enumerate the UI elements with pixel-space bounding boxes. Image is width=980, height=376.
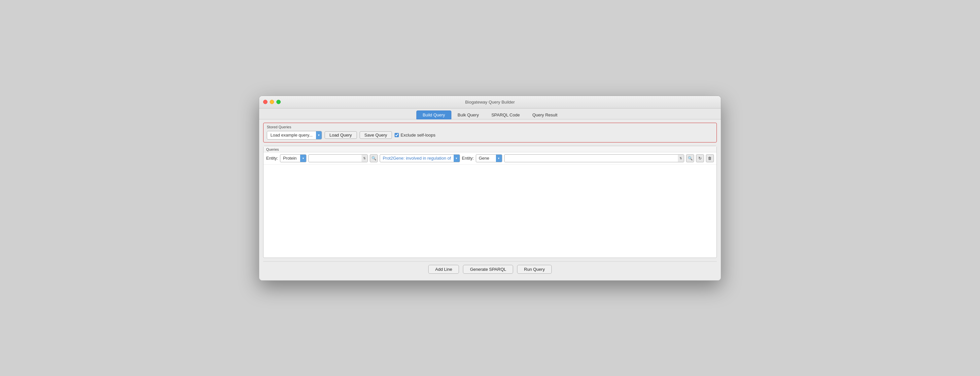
bottom-toolbar: Add Line Generate SPARQL Run Query (263, 261, 717, 277)
chevron-down-icon: ▾ (498, 157, 500, 160)
load-example-arrow[interactable]: ▾ (316, 131, 321, 139)
titlebar: Biogateway Query Builder (259, 96, 721, 108)
entity1-type-arrow: ▾ (300, 155, 306, 162)
minimize-button[interactable] (270, 100, 274, 104)
app-window: Biogateway Query Builder Build Query Bul… (259, 96, 721, 281)
entity1-value-select[interactable]: ⇅ (309, 154, 368, 162)
stored-queries-controls: Load example query... ▾ Load Query Save … (267, 131, 713, 140)
search-icon: 🔍 (371, 156, 376, 160)
entity2-value-arrow: ⇅ (678, 155, 684, 162)
relation-arrow: ▾ (454, 155, 460, 162)
traffic-lights (263, 100, 281, 104)
refresh-icon: ↻ (698, 156, 702, 160)
entity2-type-select[interactable]: Gene ▾ (476, 154, 502, 162)
chevron-down-icon: ▾ (318, 133, 320, 137)
relation-value: Prot2Gene: involved in regulation of (380, 155, 454, 161)
entity1-type-value: Protein (280, 155, 300, 161)
save-query-button[interactable]: Save Query (360, 131, 392, 139)
entity2-label: Entity: (462, 155, 474, 160)
queries-section: Queries Entity: Protein ▾ ⇅ (263, 146, 717, 258)
tab-query-result[interactable]: Query Result (526, 111, 564, 119)
exclude-self-loops-checkbox[interactable] (395, 133, 399, 137)
tab-sparql-code[interactable]: SPARQL Code (485, 111, 526, 119)
load-query-button[interactable]: Load Query (325, 131, 357, 139)
main-content: Stored Queries Load example query... ▾ L… (259, 119, 721, 280)
delete-icon: 🗑 (708, 156, 712, 160)
chevron-up-down-icon: ⇅ (679, 157, 682, 160)
entity2-type-value: Gene (476, 155, 496, 161)
add-line-button[interactable]: Add Line (428, 265, 459, 274)
chevron-up-down-icon: ⇅ (363, 157, 366, 160)
close-button[interactable] (263, 100, 267, 104)
run-query-button[interactable]: Run Query (517, 265, 552, 274)
query-row: Entity: Protein ▾ ⇅ 🔍 (264, 152, 716, 165)
entity2-value-select[interactable]: ⇅ (504, 154, 684, 162)
entity2-search-button[interactable]: 🔍 (686, 154, 694, 162)
tab-bulk-query[interactable]: Bulk Query (451, 111, 485, 119)
delete-button[interactable]: 🗑 (706, 154, 714, 162)
entity2-type-arrow: ▾ (496, 155, 502, 162)
maximize-button[interactable] (276, 100, 281, 104)
tab-build-query[interactable]: Build Query (416, 111, 451, 119)
load-example-dropdown[interactable]: Load example query... ▾ (267, 131, 322, 140)
entity1-value-text (309, 158, 361, 159)
tabbar: Build Query Bulk Query SPARQL Code Query… (259, 108, 721, 119)
stored-queries-section: Stored Queries Load example query... ▾ L… (263, 123, 717, 143)
stored-queries-label: Stored Queries (267, 125, 713, 129)
exclude-self-loops-text: Exclude self-loops (401, 133, 436, 138)
chevron-down-icon: ▾ (456, 157, 457, 160)
queries-section-label: Queries (264, 146, 716, 152)
search-icon: 🔍 (688, 156, 693, 160)
entity1-search-button[interactable]: 🔍 (370, 154, 378, 162)
entity2-value-text (504, 158, 678, 159)
entity1-value-arrow: ⇅ (361, 155, 368, 162)
load-example-value: Load example query... (267, 132, 316, 138)
window-title: Biogateway Query Builder (465, 100, 515, 105)
relation-select[interactable]: Prot2Gene: involved in regulation of ▾ (380, 154, 460, 162)
chevron-down-icon: ▾ (302, 157, 304, 160)
refresh-button[interactable]: ↻ (696, 154, 704, 162)
entity1-type-select[interactable]: Protein ▾ (280, 154, 306, 162)
exclude-self-loops-label[interactable]: Exclude self-loops (395, 133, 436, 138)
generate-sparql-button[interactable]: Generate SPARQL (463, 265, 513, 274)
entity1-label: Entity: (266, 155, 278, 160)
